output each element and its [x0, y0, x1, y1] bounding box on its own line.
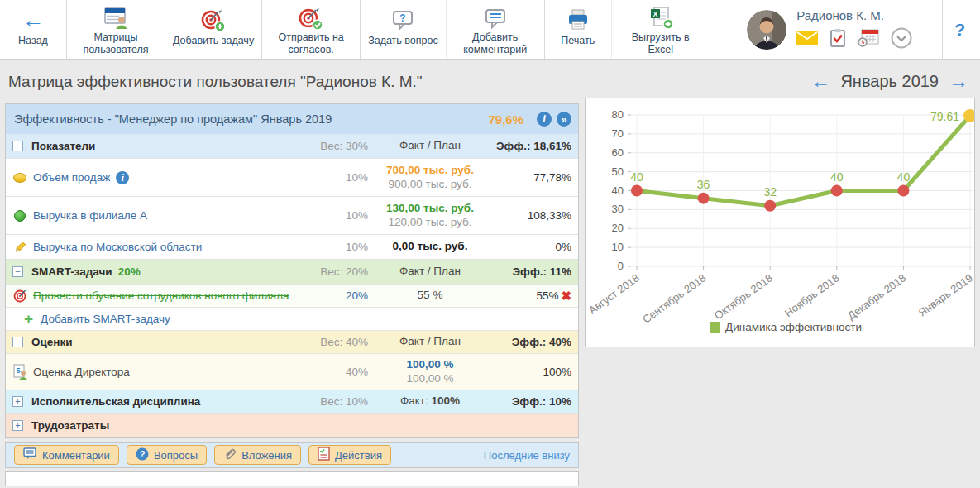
- next-month-arrow-icon[interactable]: →: [949, 71, 968, 91]
- rating-name[interactable]: Оценка Директора: [33, 366, 130, 378]
- matrix-header: Эффективность - "Менеджер по продажам" Я…: [6, 104, 578, 134]
- fact-value: 700,00 тыс. руб.: [368, 164, 492, 178]
- mail-icon[interactable]: [796, 31, 818, 49]
- fact-value: 100,00 %: [368, 358, 492, 372]
- fact-label: Факт:: [400, 395, 428, 407]
- section-labor-label: Трудозатраты: [31, 419, 109, 432]
- target-icon: [12, 289, 27, 303]
- svg-text:X: X: [653, 10, 657, 18]
- indicator-link[interactable]: Выручка по Московской области: [33, 241, 202, 253]
- add-comment-button[interactable]: Добавить комментарий: [446, 0, 544, 59]
- factplan-header: Факт / План: [368, 139, 492, 153]
- plan-value: 100,00 %: [368, 372, 492, 386]
- indicator-weight: 10%: [294, 209, 368, 222]
- svg-text:Сентябрь 2018: Сентябрь 2018: [640, 271, 708, 325]
- tab-comments[interactable]: Комментарии: [14, 445, 119, 465]
- ask-question-button[interactable]: ? Задать вопрос: [361, 0, 446, 59]
- indicator-link[interactable]: Выручка в филиале А: [33, 209, 147, 222]
- comments-empty-area: [5, 471, 579, 486]
- avatar[interactable]: [747, 10, 786, 50]
- svg-text:5: 5: [16, 366, 20, 375]
- smart-task-name[interactable]: Провести обучение сотрудников нового фил…: [33, 289, 289, 302]
- top-toolbar: ← Назад Матрицы пользователя: [0, 0, 980, 60]
- excel-export-label: Выгрузить в Excel: [619, 31, 702, 56]
- svg-text:10: 10: [612, 241, 624, 253]
- sort-order-link[interactable]: Последние внизу: [484, 449, 570, 462]
- tab-comments-label: Комментарии: [42, 449, 110, 462]
- tab-actions-label: Действия: [335, 449, 382, 462]
- tasks-clipboard-icon[interactable]: [829, 28, 846, 51]
- add-task-button[interactable]: Добавить задачу: [165, 0, 261, 59]
- collapse-icon[interactable]: [12, 266, 23, 277]
- section-weight: Вес: 30%: [294, 140, 368, 152]
- delete-task-icon[interactable]: ✖: [561, 289, 571, 304]
- status-yellow-icon: [12, 173, 27, 183]
- calendar-clock-icon[interactable]: [858, 28, 879, 50]
- section-weight: Вес: 10%: [294, 395, 368, 408]
- matrix-title: Эффективность - "Менеджер по продажам" Я…: [14, 112, 488, 126]
- page-title: Матрица эффективности пользователя "Ради…: [8, 73, 423, 91]
- question-icon: ?: [136, 447, 149, 463]
- add-task-icon: [200, 6, 227, 34]
- tab-actions[interactable]: Действия: [308, 445, 391, 465]
- svg-text:70: 70: [612, 127, 624, 140]
- prev-month-arrow-icon[interactable]: ←: [810, 71, 830, 91]
- status-green-icon: [12, 210, 27, 222]
- print-button[interactable]: Печать: [545, 0, 611, 59]
- smart-task-weight[interactable]: 20%: [294, 289, 368, 302]
- send-approval-button[interactable]: Отправить на согласов.: [262, 0, 360, 59]
- toolbar-group-matrix: Матрицы пользователя Добавить задачу: [67, 0, 262, 59]
- collapse-icon[interactable]: [12, 141, 23, 151]
- toolbar-group-export: Печать X Выгрузить в Excel: [545, 0, 710, 59]
- back-button[interactable]: ← Назад: [0, 0, 66, 59]
- excel-export-icon: X: [648, 6, 674, 31]
- info-icon[interactable]: [116, 171, 129, 184]
- comments-toolbar: Комментарии ? Вопросы Вложения Дейст: [5, 442, 579, 468]
- help-button[interactable]: ?: [954, 20, 965, 40]
- section-eff: Эфф.: 40%: [492, 336, 571, 348]
- svg-text:Октябрь 2018: Октябрь 2018: [712, 271, 775, 322]
- user-name: Радионов К. М.: [796, 8, 937, 22]
- row-director-rating: 5 Оценка Директора 40% 100,00 % 100,00 %…: [6, 354, 578, 390]
- expand-icon[interactable]: [12, 396, 23, 407]
- smart-task-eff: 55%: [536, 289, 558, 302]
- svg-text:30: 30: [612, 203, 624, 215]
- indicator-link[interactable]: Объем продаж: [33, 171, 110, 184]
- section-eff: Эфф.: 10%: [492, 395, 571, 408]
- expand-panel-icon[interactable]: [557, 112, 571, 127]
- factplan-header: Факт / План: [368, 335, 492, 349]
- fact-value: 0,00 тыс. руб.: [393, 240, 468, 252]
- tab-attachments[interactable]: Вложения: [214, 445, 301, 465]
- svg-text:40: 40: [630, 170, 643, 184]
- rating-weight: 40%: [294, 366, 368, 378]
- add-comment-icon: [482, 6, 509, 31]
- collapse-icon[interactable]: [12, 337, 23, 347]
- section-weight: Вес: 20%: [294, 266, 368, 278]
- excel-export-button[interactable]: X Выгрузить в Excel: [611, 0, 710, 59]
- plan-value: 120,00 тыс. руб.: [368, 216, 492, 230]
- svg-text:Январь 2019: Январь 2019: [916, 271, 974, 318]
- info-icon[interactable]: [537, 112, 552, 127]
- efficiency-line-chart[interactable]: 01020304050607080403632404079.61Август 2…: [586, 98, 974, 347]
- svg-text:?: ?: [140, 449, 146, 459]
- row-smart-task: Провести обучение сотрудников нового фил…: [6, 285, 578, 308]
- chevron-down-icon[interactable]: [891, 27, 912, 52]
- row-branch-revenue: Выручка в филиале А 10% 130,00 тыс. руб.…: [6, 197, 578, 235]
- toolbar-group-back: ← Назад: [0, 0, 67, 59]
- tab-attachments-label: Вложения: [241, 449, 292, 462]
- add-smart-task-link[interactable]: Добавить SMART-задачу: [41, 313, 170, 325]
- user-matrices-button[interactable]: Матрицы пользователя: [67, 0, 165, 59]
- row-sales-volume: Объем продаж 10% 700,00 тыс. руб. 900,00…: [6, 159, 578, 197]
- svg-text:Август 2018: Август 2018: [586, 271, 642, 316]
- section-eff: Эфф.: 11%: [492, 266, 571, 278]
- svg-text:60: 60: [612, 146, 624, 159]
- tab-questions[interactable]: ? Вопросы: [127, 445, 207, 465]
- expand-icon[interactable]: [12, 420, 23, 431]
- user-area: Радионов К. М.: [747, 0, 980, 60]
- efficiency-chart-panel: 01020304050607080403632404079.61Август 2…: [585, 98, 975, 347]
- row-add-smart-task: Добавить SMART-задачу: [6, 308, 578, 331]
- section-weight: Вес: 40%: [294, 336, 368, 348]
- send-approval-label: Отправить на согласов.: [270, 31, 352, 56]
- period-label: Январь 2019: [840, 72, 939, 91]
- pencil-icon: [12, 241, 27, 254]
